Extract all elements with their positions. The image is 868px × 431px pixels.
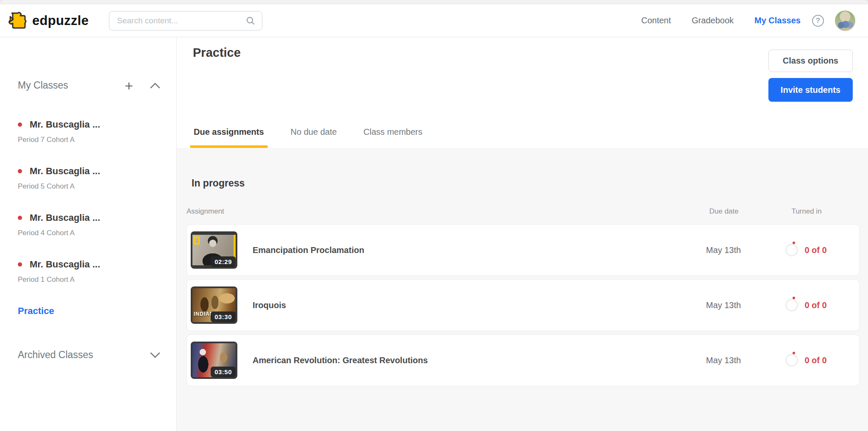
logo-wordmark: edpuzzle <box>32 13 89 28</box>
video-thumbnail[interactable]: 03:50 <box>191 342 237 379</box>
class-name: Mr. Buscaglia ... <box>30 119 100 130</box>
class-period: Period 5 Cohort A <box>18 182 160 191</box>
turned-in-cell: 0 of 0 <box>753 354 859 367</box>
class-period: Period 7 Cohort A <box>18 135 160 144</box>
class-name: Mr. Buscaglia ... <box>30 259 100 270</box>
progress-ring-icon <box>785 299 798 311</box>
class-period: Period 4 Cohort A <box>18 228 160 237</box>
main-panel: Practice Class options Invite students D… <box>177 37 868 431</box>
class-list: Mr. Buscaglia ... Period 7 Cohort A Mr. … <box>18 119 160 284</box>
help-icon[interactable]: ? <box>812 15 824 27</box>
search-input[interactable] <box>116 16 246 26</box>
progress-ring-icon <box>785 354 798 367</box>
sidebar-item-class-period5[interactable]: Mr. Buscaglia ... Period 5 Cohort A <box>18 166 160 191</box>
turned-in-cell: 0 of 0 <box>753 299 859 311</box>
class-name: Mr. Buscaglia ... <box>30 212 100 223</box>
page-title: Practice <box>193 46 241 102</box>
column-header-assignment: Assignment <box>186 207 694 216</box>
assignment-title: Iroquois <box>253 300 286 310</box>
notification-dot-icon <box>18 122 22 127</box>
progress-ring-icon <box>785 244 798 256</box>
class-actions: Class options Invite students <box>768 50 853 102</box>
assignments-content: In progress Assignment Due date Turned i… <box>177 148 868 431</box>
class-options-button[interactable]: Class options <box>768 50 853 72</box>
nav-my-classes[interactable]: My Classes <box>754 16 801 25</box>
notification-dot-icon <box>18 216 22 220</box>
my-classes-header: My Classes + <box>18 80 160 91</box>
user-avatar[interactable] <box>835 11 855 31</box>
edpuzzle-app: edpuzzle Content Gradebook My Classes ? … <box>0 0 868 431</box>
turned-in-cell: 0 of 0 <box>753 244 859 256</box>
chevron-up-icon[interactable] <box>150 83 160 89</box>
archived-classes-label: Archived Classes <box>18 349 150 361</box>
nav-gradebook[interactable]: Gradebook <box>692 16 734 25</box>
turned-in-value: 0 of 0 <box>804 300 826 310</box>
nav-content[interactable]: Content <box>641 16 671 25</box>
top-navigation: Content Gradebook My Classes ? <box>620 11 855 31</box>
turned-in-value: 0 of 0 <box>804 245 826 255</box>
add-class-button[interactable]: + <box>125 80 133 91</box>
app-body: My Classes + Mr. Buscaglia ... Period 7 … <box>0 37 868 431</box>
my-classes-label: My Classes <box>18 80 125 91</box>
edpuzzle-puzzle-icon <box>8 11 27 31</box>
sidebar-item-practice-active[interactable]: Practice <box>18 306 160 317</box>
video-thumbnail[interactable]: 02:29 <box>191 231 237 269</box>
tab-class-members[interactable]: Class members <box>364 127 423 148</box>
video-duration-badge: 03:50 <box>211 367 236 377</box>
search-icon <box>246 16 255 25</box>
edpuzzle-logo[interactable]: edpuzzle <box>8 11 89 31</box>
sidebar-item-class-period7[interactable]: Mr. Buscaglia ... Period 7 Cohort A <box>18 119 160 144</box>
window-top-strip <box>0 0 868 4</box>
notification-dot-icon <box>18 169 22 173</box>
assignment-row-iroquois[interactable]: INDIAN 03:30 Iroquois May 13th 0 of 0 <box>186 279 860 331</box>
class-name: Mr. Buscaglia ... <box>30 166 100 177</box>
video-duration-badge: 02:29 <box>211 256 236 267</box>
assignment-title: American Revolution: Greatest Revolution… <box>253 356 428 365</box>
due-date-value: May 13th <box>694 245 753 255</box>
natgeo-logo-icon <box>194 236 200 245</box>
due-date-value: May 13th <box>694 300 753 310</box>
assignment-row-american-revolution[interactable]: 03:50 American Revolution: Greatest Revo… <box>186 334 860 386</box>
archived-classes-toggle[interactable]: Archived Classes <box>18 349 160 361</box>
column-header-turned-in: Turned in <box>754 207 860 216</box>
assignments-table-header: Assignment Due date Turned in <box>186 207 860 216</box>
invite-students-button[interactable]: Invite students <box>768 78 853 102</box>
search-box <box>109 11 262 31</box>
class-header: Practice Class options Invite students <box>177 37 868 102</box>
turned-in-value: 0 of 0 <box>804 356 826 365</box>
notification-dot-icon <box>18 262 22 267</box>
tab-due-assignments[interactable]: Due assignments <box>194 127 264 148</box>
assignment-title: Emancipation Proclamation <box>253 245 364 255</box>
top-bar: edpuzzle Content Gradebook My Classes ? <box>0 4 868 37</box>
sidebar-item-class-period4[interactable]: Mr. Buscaglia ... Period 4 Cohort A <box>18 212 160 237</box>
classes-sidebar: My Classes + Mr. Buscaglia ... Period 7 … <box>0 37 177 431</box>
section-title-in-progress: In progress <box>192 178 860 189</box>
due-date-value: May 13th <box>694 356 753 365</box>
sidebar-item-class-period1[interactable]: Mr. Buscaglia ... Period 1 Cohort A <box>18 259 160 284</box>
chevron-down-icon <box>150 352 160 358</box>
video-duration-badge: 03:30 <box>211 311 236 322</box>
class-period: Period 1 Cohort A <box>18 275 160 284</box>
assignment-row-emancipation[interactable]: 02:29 Emancipation Proclamation May 13th… <box>186 224 860 276</box>
column-header-due-date: Due date <box>694 207 754 216</box>
tab-no-due-date[interactable]: No due date <box>291 127 337 148</box>
video-thumbnail[interactable]: INDIAN 03:30 <box>191 286 237 324</box>
class-tabs: Due assignments No due date Class member… <box>177 127 868 148</box>
